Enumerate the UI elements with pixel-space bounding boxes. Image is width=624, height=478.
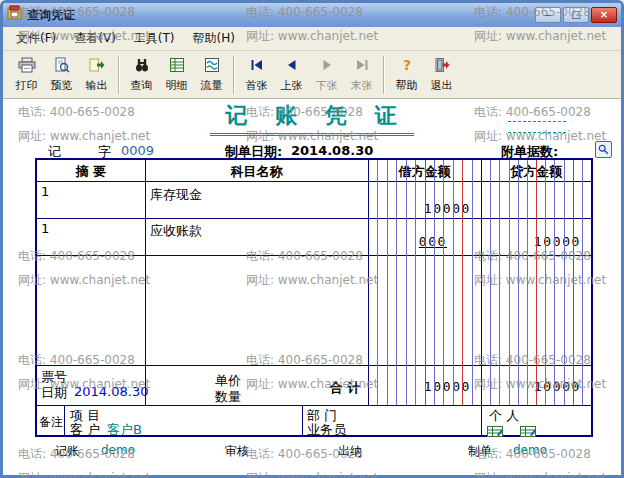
exit-button[interactable]: 退出 [424,53,459,97]
maker-value: demo [513,443,547,457]
digit-column-line [564,160,565,405]
screen: 查询凭证 — □ × 文件(F) 查看(V) 工具(T) 帮助(H) 打印 预览 [0,0,624,478]
preview-label: 预览 [51,78,73,93]
print-label: 打印 [16,78,38,93]
flow-icon [204,57,220,77]
bookkeeper-label: 记账 [55,443,79,460]
detail-icon [169,57,185,77]
print-icon [18,57,36,77]
detail-button[interactable]: 明细 [159,53,194,97]
preview-button[interactable]: 预览 [44,53,79,97]
svg-text:?: ? [402,57,410,73]
flow-label: 流量 [201,78,223,93]
close-button[interactable]: × [591,7,617,23]
prev-voucher-button[interactable]: 上张 [274,53,309,97]
export-button[interactable]: 输出 [79,53,114,97]
maximize-button[interactable]: □ [563,7,589,23]
menubar: 文件(F) 查看(V) 工具(T) 帮助(H) [3,27,621,51]
app-icon [7,5,23,25]
export-icon [89,57,105,77]
digit-column-line [443,160,444,405]
preview-icon [54,57,70,77]
voucher-number: 0009 [121,143,154,158]
table-line [368,160,369,405]
digit-column-line [377,160,378,405]
toolbar-separator [233,56,235,94]
digit-column-line [573,160,574,405]
entry-summary[interactable]: 1 [41,221,49,236]
export-label: 输出 [86,78,108,93]
last-label: 末张 [351,78,373,93]
ticket-date-label: 日期 [41,384,67,402]
help-icon: ? [399,57,415,77]
flow-button[interactable]: 流量 [194,53,229,97]
magnifier-icon [598,140,609,159]
cashier-label: 出纳 [338,443,362,460]
person-table-icon[interactable] [520,422,536,433]
first-label: 首张 [246,78,268,93]
next-voucher-button: 下张 [309,53,344,97]
digit-column-line [462,160,463,405]
last-voucher-button: 末张 [344,53,379,97]
print-button[interactable]: 打印 [9,53,44,97]
table-line [302,405,303,435]
last-icon [354,57,370,77]
remark-label: 备注 [39,414,63,431]
digit-column-line [425,160,426,405]
digit-column-line [554,160,555,405]
entry-debit-amount-editing[interactable]: 000 [368,234,447,249]
table-line [64,405,65,435]
next-icon [319,57,335,77]
auditor-label: 审核 [225,443,249,460]
toolbar-separator [118,56,120,94]
menu-item-tools[interactable]: 工具(T) [125,27,184,50]
digit-column-line [387,160,388,405]
digit-column-line [545,160,546,405]
table-line [145,160,146,405]
menu-item-help[interactable]: 帮助(H) [184,27,244,50]
prev-icon [284,57,300,77]
digit-column-line [582,160,583,405]
entry-account[interactable]: 应收账款 [150,222,202,240]
customer-value[interactable]: 客户B [107,421,142,439]
customer-label: 客 户 [70,421,100,439]
digit-column-line [453,160,454,405]
first-icon [249,57,265,77]
digit-column-line [509,160,510,405]
quantity-label: 数量 [215,388,241,406]
next-label: 下张 [316,78,338,93]
help-label: 帮助 [396,78,418,93]
entry-account[interactable]: 库存现金 [150,186,202,204]
digit-column-line [396,160,397,405]
first-voucher-button[interactable]: 首张 [239,53,274,97]
query-button[interactable]: 查询 [124,53,159,97]
minimize-button[interactable]: — [535,7,561,23]
digit-column-line [499,160,500,405]
voucher-area: 记 账 凭 证 记 字 0009 制单日期: 2014.08.30 附单据数: [3,99,621,475]
digit-column-line [472,160,473,405]
exit-icon [434,57,450,77]
entry-summary[interactable]: 1 [41,184,49,199]
menu-item-file[interactable]: 文件(F) [7,27,65,50]
table-line [37,405,591,406]
menu-item-view[interactable]: 查看(V) [65,27,125,50]
exit-label: 退出 [431,78,453,93]
query-label: 查询 [131,78,153,93]
titlebar: 查询凭证 — □ × [3,3,621,27]
person-table-icon[interactable] [487,422,503,433]
column-header-account: 科目名称 [145,163,368,181]
salesman-label: 业务员 [307,421,346,439]
detail-label: 明细 [166,78,188,93]
digit-column-line [406,160,407,405]
dash-mark [508,132,566,133]
window-title: 查询凭证 [27,7,531,24]
digit-column-line [527,160,528,405]
attachment-zoom-button[interactable] [595,141,612,158]
help-button[interactable]: ? 帮助 [389,53,424,97]
voucher-title: 记 账 凭 证 [210,101,415,136]
digit-column-line [434,160,435,405]
digit-column-line [490,160,491,405]
made-date-value: 2014.08.30 [291,143,373,158]
bookkeeper-value: demo [101,443,135,457]
prev-label: 上张 [281,78,303,93]
